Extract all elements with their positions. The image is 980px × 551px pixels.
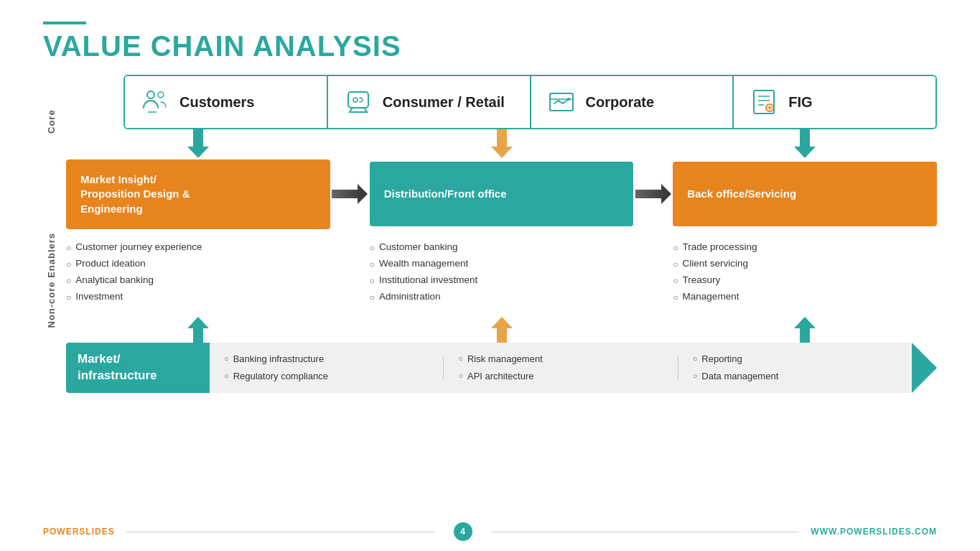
title-accent-line [43,22,86,24]
infra-arrow-tip [912,343,937,393]
svg-point-3 [353,98,358,102]
top-boxes-row: Customers Consumer / Retail [123,75,937,129]
core-arrow-2 [633,181,673,207]
list-item: Product ideation [66,256,323,272]
list-item: Regulatory compliance [224,368,429,384]
list-item: Client servicing [673,256,930,272]
list-item: API architecture [458,368,663,384]
main-content: Core Non-core Enablers [43,75,937,393]
footer-page-number: 4 [454,522,472,541]
list-item: Risk management [458,351,663,367]
down-arrow-col3 [794,129,816,158]
down-arrow-col2 [491,129,513,158]
list-item: Administration [370,289,627,305]
up-arrow-col1 [187,317,209,343]
page-title: VALUE CHAIN ANALYSIS [43,30,937,62]
list-item: Management [673,289,930,305]
svg-marker-16 [332,184,368,204]
list-item: Reporting [693,351,897,367]
svg-rect-2 [348,92,368,108]
top-box-consumer: Consumer / Retail [328,76,531,128]
list-item: Trade processing [673,239,930,256]
core-box-back-office-label: Back office/Servicing [687,187,796,201]
fig-icon [748,86,780,118]
list-item: Customer banking [370,239,627,256]
infra-content: Banking infrastructure Regulatory compli… [210,343,912,393]
up-arrow-col2 [491,317,513,343]
consumer-icon [342,86,374,118]
title-area: VALUE CHAIN ANALYSIS [43,22,937,62]
list-item: Treasury [673,272,930,289]
list-item: Customer journey experience [66,239,323,256]
infra-label: Market/infrastructure [66,343,210,393]
slide: VALUE CHAIN ANALYSIS Core Non-core Enabl… [0,0,980,551]
svg-point-1 [158,92,164,98]
infra-col-2: Risk management API architecture [444,351,677,384]
svg-rect-6 [754,91,774,114]
infra-bar: Market/infrastructure Banking infrastruc… [66,343,937,393]
infra-col-1: Banking infrastructure Regulatory compli… [210,351,443,384]
core-row: Market Insight/Proposition Design &Engin… [66,159,937,229]
svg-marker-19 [491,317,513,343]
svg-marker-15 [794,129,816,158]
core-box-back-office: Back office/Servicing [673,162,937,226]
core-box-distribution-label: Distribution/Front office [384,187,507,201]
corporate-icon [546,86,577,118]
footer-line-right [491,532,800,532]
customers-label: Customers [179,94,254,111]
footer-url: WWW.POWERSLIDES.COM [811,527,937,537]
svg-marker-14 [491,129,513,158]
core-box-distribution: Distribution/Front office [370,162,634,226]
core-arrow-1 [330,181,370,207]
svg-marker-17 [635,184,671,204]
top-box-fig: FIG [734,76,935,128]
customers-icon [139,86,171,118]
list-item: Analytical banking [66,272,323,289]
enabler-col-3: Trade processing Client servicing Treasu… [673,235,937,310]
core-box-market-insight-label: Market Insight/Proposition Design &Engin… [80,172,190,216]
enabler-col-1: Customer journey experience Product idea… [66,235,330,310]
svg-marker-18 [187,317,209,343]
consumer-label: Consumer / Retail [383,94,505,111]
title-part1: VALUE [43,30,151,62]
footer-line-left [126,532,435,532]
list-item: Investment [66,289,323,305]
non-core-label: Non-core Enablers [43,168,63,393]
infra-col-3: Reporting Data management [678,351,912,384]
core-box-market-insight: Market Insight/Proposition Design &Engin… [66,159,330,229]
list-item: Banking infrastructure [224,351,429,367]
svg-marker-20 [794,317,816,343]
title-part2: CHAIN ANALYSIS [151,30,401,62]
list-item: Wealth management [370,256,627,272]
svg-point-0 [147,91,154,98]
svg-point-5 [567,98,570,101]
corporate-label: Corporate [586,94,655,111]
top-box-corporate: Corporate [531,76,734,128]
list-item: Institutional investment [370,272,627,289]
enablers-row: Customer journey experience Product idea… [66,235,937,310]
fig-label: FIG [788,94,812,111]
core-label: Core [43,75,63,168]
list-item: Data management [693,368,897,384]
footer: POWERSLIDES 4 WWW.POWERSLIDES.COM [43,522,937,541]
infra-label-text: Market/infrastructure [78,351,157,383]
svg-marker-13 [187,129,209,158]
up-arrow-col3 [794,317,816,343]
enabler-col-2: Customer banking Wealth management Insti… [370,235,634,310]
top-box-customers: Customers [125,76,328,128]
footer-brand: POWERSLIDES [43,527,115,537]
down-arrow-col1 [187,129,209,158]
